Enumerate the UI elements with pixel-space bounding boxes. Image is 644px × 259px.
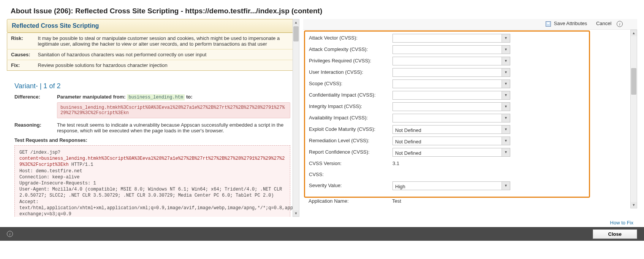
dropdown-value	[393, 91, 502, 99]
scroll-down-icon[interactable]: ▼	[631, 202, 637, 208]
reasoning-label: Reasoning:	[14, 122, 57, 133]
scroll-up-icon[interactable]: ▲	[293, 19, 299, 25]
attribute-label: Scope (CVSS):	[309, 79, 392, 88]
scroll-thumb[interactable]	[293, 26, 299, 41]
parameter-from: business_lending.htm	[127, 94, 185, 100]
footer-bar: i Close	[0, 227, 644, 241]
footer-info-icon[interactable]: i	[7, 231, 13, 237]
chevron-down-icon: ▼	[502, 148, 510, 156]
attribute-row: Integrity Impact (CVSS):▼	[309, 102, 585, 111]
attribute-static-value: Test	[392, 197, 590, 205]
attribute-row: Remediation Level (CVSS):Not Defined▼	[309, 137, 585, 145]
attribute-dropdown[interactable]: ▼	[392, 68, 510, 77]
how-to-fix-link[interactable]: How to Fix	[610, 220, 633, 226]
scroll-up-icon[interactable]: ▲	[631, 30, 637, 36]
parameter-suffix: to:	[186, 94, 193, 100]
variant-heading: Variant- | 1 of 2	[7, 71, 298, 94]
dropdown-value	[393, 57, 502, 65]
attribute-static-value: 3.1	[392, 159, 585, 168]
scroll-thumb[interactable]	[631, 68, 636, 95]
attribute-dropdown[interactable]: ▼	[392, 91, 510, 100]
attribute-dropdown[interactable]: ▼	[392, 34, 510, 43]
attribute-row: Severity Value:High▼	[309, 181, 585, 190]
difference-label: Difference:	[14, 94, 57, 118]
parameter-prefix: Parameter manipulated from:	[57, 94, 127, 100]
attributes-panel: Save Attributes Cancel i Attack Vector (…	[303, 19, 637, 217]
attribute-dropdown[interactable]: High▼	[392, 181, 510, 190]
http-header-line: User-Agent: Mozilla/4.0 (compatible; MSI…	[19, 186, 285, 199]
attribute-label: Privileges Required (CVSS):	[309, 57, 392, 65]
cancel-button[interactable]: Cancel	[596, 21, 611, 26]
right-scrollbar[interactable]: ▲ ▼	[630, 30, 637, 208]
attribute-label: Report Confidence (CVSS):	[309, 148, 392, 156]
http-proto: HTTP/1.1	[69, 162, 93, 167]
attribute-dropdown[interactable]: ▼	[392, 102, 510, 111]
http-header-line: Upgrade-Insecure-Requests: 1	[19, 180, 285, 186]
dropdown-value	[393, 80, 502, 88]
attribute-row: Scope (CVSS):▼	[309, 79, 585, 88]
attribute-row: User Interaction (CVSS):▼	[309, 68, 585, 77]
scroll-down-icon[interactable]: ▼	[293, 210, 299, 216]
chevron-down-icon: ▼	[502, 46, 510, 54]
attribute-dropdown[interactable]: Not Defined▼	[392, 125, 510, 134]
attribute-dropdown[interactable]: ▼	[392, 114, 510, 122]
attribute-row: Privileges Required (CVSS):▼	[309, 57, 585, 65]
chevron-down-icon: ▼	[502, 137, 510, 145]
difference-body: Parameter manipulated from: business_len…	[57, 94, 290, 118]
http-header-line: Accept: text/html,application/xhtml+xml,…	[19, 199, 285, 217]
dropdown-value: Not Defined	[393, 148, 502, 156]
chevron-down-icon: ▼	[502, 103, 510, 111]
http-injected: content=business_lending.htmkh%3Cscript%…	[19, 156, 285, 167]
attribute-label: Confidentiality Impact (CVSS):	[309, 91, 392, 99]
http-header-line: Host: demo.testfire.net	[19, 168, 285, 174]
attribute-row: CVSS:	[309, 170, 585, 179]
dropdown-value	[393, 103, 502, 111]
attributes-toolbar: Save Attributes Cancel i	[303, 19, 637, 30]
attribute-dropdown[interactable]: ▼	[392, 79, 510, 88]
dropdown-value	[393, 34, 502, 42]
reasoning-text: The test result seems to indicate a vuln…	[57, 122, 290, 133]
howto-link-row: How to Fix	[0, 217, 644, 227]
save-icon	[546, 21, 551, 27]
fix-label: Fix:	[7, 60, 34, 71]
attribute-row: Availability Impact (CVSS):▼	[309, 114, 585, 122]
chevron-down-icon: ▼	[502, 114, 510, 122]
attribute-dropdown[interactable]: ▼	[392, 57, 510, 65]
below-attributes: Application Name:Test	[309, 197, 590, 208]
http-request-block: GET /index.jsp? content=business_lending…	[14, 145, 290, 217]
page-title: About Issue (206): Reflected Cross Site …	[0, 0, 644, 19]
chevron-down-icon: ▼	[502, 182, 510, 190]
left-scrollbar[interactable]: ▲ ▼	[293, 19, 299, 217]
attribute-row: Application Name:Test	[309, 197, 590, 205]
attribute-dropdown[interactable]: Not Defined▼	[392, 137, 510, 145]
attribute-dropdown[interactable]: Not Defined▼	[392, 148, 510, 157]
attribute-row: Attack Complexity (CVSS):▼	[309, 45, 585, 54]
save-attributes-label: Save Attributes	[554, 21, 587, 26]
issue-summary-table: Risk: It may be possible to steal or man…	[7, 33, 298, 71]
attribute-dropdown[interactable]: ▼	[392, 45, 510, 54]
close-button[interactable]: Close	[593, 229, 637, 239]
dropdown-value	[393, 46, 502, 54]
issue-details-panel: Reflected Cross Site Scripting Risk: It …	[7, 19, 299, 217]
save-attributes-button[interactable]: Save Attributes	[546, 21, 589, 26]
causes-value: Sanitation of hazardous characters was n…	[34, 49, 298, 60]
attribute-row: Report Confidence (CVSS):Not Defined▼	[309, 148, 585, 157]
chevron-down-icon: ▼	[502, 91, 510, 99]
chevron-down-icon: ▼	[502, 34, 510, 42]
chevron-down-icon: ▼	[502, 126, 510, 133]
dropdown-value	[393, 68, 502, 76]
attribute-label: Integrity Impact (CVSS):	[309, 102, 392, 111]
attribute-label: Remediation Level (CVSS):	[309, 137, 392, 145]
dropdown-value: Not Defined	[393, 137, 502, 145]
fix-value: Review possible solutions for hazardous …	[34, 60, 298, 71]
dropdown-value	[393, 114, 502, 122]
risk-value: It may be possible to steal or manipulat…	[34, 33, 298, 49]
chevron-down-icon: ▼	[502, 80, 510, 88]
dropdown-value: Not Defined	[393, 126, 502, 133]
chevron-down-icon: ▼	[502, 57, 510, 65]
attribute-row: Exploit Code Maturity (CVSS):Not Defined…	[309, 125, 585, 134]
http-header-line: Connection: keep-alive	[19, 174, 285, 180]
tests-title: Test Requests and Responses:	[7, 137, 298, 143]
info-icon[interactable]: i	[617, 21, 623, 27]
attribute-label: Attack Vector (CVSS):	[309, 34, 392, 42]
